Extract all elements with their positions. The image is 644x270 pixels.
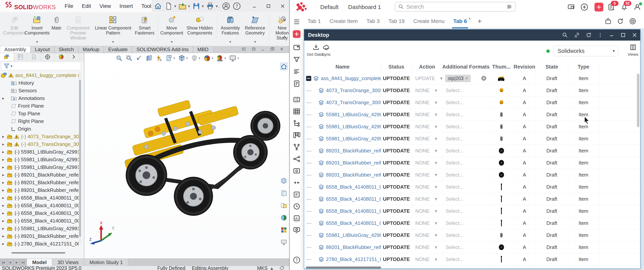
tree-part-9[interactable]: ▸ (-) 6558_Black_41408011_006<1 [0, 202, 79, 209]
doc-tab-model[interactable]: Model [27, 259, 52, 266]
app-tab-create-menu[interactable]: Create Menu [413, 14, 444, 28]
item-name-link[interactable]: 6558_Black_41408011_004 (A [326, 220, 381, 226]
format-select-placeholder[interactable]: Select... [446, 244, 464, 250]
sidebar-branch-icon[interactable] [292, 143, 301, 151]
view-orientation-icon[interactable]: ▾ [178, 55, 188, 62]
format-select-placeholder[interactable]: Select... [446, 88, 464, 93]
ribbon-assembly-features-button[interactable]: Assembly Features▾ [219, 14, 242, 44]
dropdown-caret[interactable]: ▾ [112, 40, 114, 44]
ribbon-tab-evaluate[interactable]: Evaluate [104, 46, 132, 53]
window-menu-kebab-icon[interactable] [598, 32, 603, 38]
action-dropdown[interactable]: NONE▾ [415, 208, 437, 214]
window-close-icon[interactable] [632, 32, 638, 38]
taskpane-custom-properties-icon[interactable] [280, 239, 287, 246]
table-row[interactable]: — 6558_Black_41408011_004 (AUPTODATENONE… [304, 217, 640, 229]
prev-tab-icon[interactable]: ◂ [7, 259, 14, 266]
open-dropdown-caret[interactable]: ▾ [188, 4, 190, 8]
column-header-name[interactable]: Name [304, 61, 381, 72]
format-select-placeholder[interactable]: Select... [446, 160, 464, 166]
taskpane-design-library-icon[interactable] [280, 190, 287, 197]
view-settings-icon[interactable]: ▾ [229, 55, 239, 62]
add-tab-button[interactable]: + [478, 17, 482, 25]
ribbon-tab-mbd[interactable]: MBD [193, 46, 213, 53]
item-name-link[interactable]: 2780_Black_41217151_002 (A [326, 257, 381, 262]
tree-part-1[interactable]: ▸ (-) 4073_TransOrange_300 [0, 140, 79, 148]
column-header-status[interactable]: Status [381, 61, 412, 72]
action-dropdown[interactable]: NONE▾ [415, 124, 437, 130]
tree-part-4[interactable]: ▸ (-) 55981_LtBluisGray_42991191 [0, 163, 79, 171]
tab-featuremanager[interactable] [0, 53, 14, 61]
table-row[interactable]: — 6558_Black_41408011_006 (AUPTODATENONE… [304, 193, 640, 205]
tree-root-assembly[interactable]: ass_8441_buggy_complete (De [0, 71, 79, 79]
format-select-placeholder[interactable]: Select... [446, 208, 464, 214]
menu-insert[interactable]: Insert [119, 3, 133, 9]
maximize-icon[interactable] [264, 2, 272, 10]
tree-horizontal-scrollbar[interactable] [12, 252, 65, 254]
action-dropdown[interactable]: NONE▾ [415, 88, 437, 93]
reports-icon[interactable]: 5 [607, 3, 616, 11]
sidebar-list-icon[interactable] [292, 67, 301, 76]
format-select-placeholder[interactable]: Select... [446, 269, 464, 269]
measure-icon[interactable] [156, 55, 162, 62]
tree-item-sensors[interactable]: Sensors [0, 87, 79, 94]
ribbon-collapse-icon[interactable] [282, 35, 287, 41]
tree-part-6[interactable]: ▸ (-) 89201_BlackRubber_reifen1_ [0, 179, 79, 186]
action-dropdown[interactable]: NONE▾ [415, 172, 437, 178]
action-dropdown[interactable]: NONE▾ [415, 244, 437, 250]
column-header-action[interactable]: Action [412, 61, 442, 72]
item-name-link[interactable]: ass_8441_buggy_complete (A) (( [321, 75, 381, 81]
sidebar-table-icon[interactable] [292, 107, 301, 116]
format-select-placeholder[interactable]: Select... [446, 232, 464, 238]
user-avatar[interactable] [633, 3, 642, 11]
ribbon-expand-icon[interactable] [282, 18, 287, 23]
tab-configurationmanager[interactable] [27, 53, 41, 61]
action-dropdown[interactable]: NONE▾ [415, 100, 437, 106]
desktop-window-titlebar[interactable]: Desktop [304, 29, 640, 41]
item-name-link[interactable]: 55981_LtBluisGray_42991191 [326, 136, 381, 142]
sidebar-preview-icon[interactable] [292, 167, 301, 175]
item-name-link[interactable]: 89201_BlackRubber_reifen1_4 [326, 148, 381, 154]
ribbon-tab-layout[interactable]: Layout [30, 46, 54, 53]
previous-view-icon[interactable] [136, 55, 142, 62]
ribbon-move-component-button[interactable]: Move Component▾ [160, 14, 184, 44]
tree-filter[interactable]: ▾ [1, 62, 81, 70]
sidebar-history-icon[interactable] [292, 202, 301, 211]
action-dropdown[interactable]: NONE▾ [415, 257, 437, 262]
ribbon-tab-markup[interactable]: Markup [78, 46, 104, 53]
add-circle-icon[interactable] [580, 3, 589, 11]
minimize-icon[interactable] [250, 2, 258, 10]
action-dropdown[interactable]: NONE▾ [415, 148, 437, 154]
action-dropdown[interactable]: NONE▾ [415, 220, 437, 226]
tab-propertymanager[interactable] [14, 53, 27, 61]
tree-part-5[interactable]: ▸ (-) 89201_BlackRubber_reifen1_ [0, 171, 79, 179]
format-select-placeholder[interactable]: Select... [446, 124, 464, 130]
item-name-link[interactable]: 89201_BlackRubber_reifen1_4 [326, 160, 381, 166]
units-caret[interactable]: ▴ [270, 266, 273, 270]
table-row[interactable]: — 55981_LtBluisGray_42991191UPTODATENONE… [304, 133, 640, 145]
sidebar-filter-icon[interactable] [292, 55, 301, 64]
table-row[interactable]: — 4073_TransOrange_30057411UPTODATENONE▾… [304, 97, 640, 109]
item-name-link[interactable]: 6558_Black_41408011_006 (A [326, 196, 381, 202]
table-row[interactable]: ass_8441_buggy_complete (A) ((UPTODATEUP… [304, 72, 640, 84]
tree-part-0[interactable]: ▸ (-) 4073_TransOrange_300 [0, 133, 79, 140]
app-tab-tab-19[interactable]: Tab 19 [388, 14, 404, 28]
ribbon-tab-sketch[interactable]: Sketch [54, 46, 78, 53]
print-icon[interactable] [206, 2, 214, 10]
item-name-link[interactable]: 55981_LtBluisGray_42991191 [326, 112, 381, 118]
nav-workspace[interactable]: Default [320, 4, 338, 10]
sidebar-add-icon[interactable] [292, 30, 301, 38]
sidebar-hierarchy-icon[interactable] [292, 119, 301, 128]
table-row[interactable]: — 55981_LtBluisGray_42991191UPTODATENONE… [304, 121, 640, 133]
action-dropdown[interactable]: NONE▾ [415, 184, 437, 190]
save-dropdown-caret[interactable]: ▾ [202, 4, 204, 8]
tree-part-11[interactable]: ▸ (-) 6558_Black_41408011_004<1 [0, 217, 79, 225]
tab-close-icon[interactable]: × [468, 16, 471, 21]
tree-item-history[interactable]: History [0, 79, 79, 87]
ribbon-tab-assembly[interactable]: Assembly [0, 46, 30, 53]
item-name-link[interactable]: 6558_Black_41408011_005 (A [326, 208, 381, 214]
format-select-placeholder[interactable]: Select... [446, 257, 464, 262]
table-row[interactable]: — 55981_LtBluisGray_42991191UPTODATENONE… [304, 109, 640, 121]
format-chip[interactable]: stp|203× [445, 75, 471, 82]
sidebar-merge-icon[interactable] [292, 178, 301, 187]
app-tab-create-item[interactable]: Create Item [330, 14, 358, 28]
